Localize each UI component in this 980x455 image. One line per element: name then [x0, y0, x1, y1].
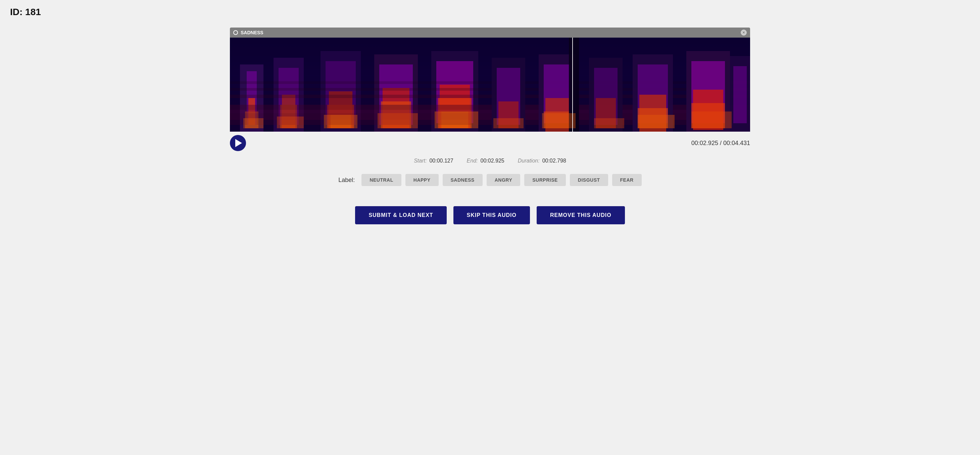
play-indicator-icon: [233, 30, 238, 35]
action-buttons: SUBMIT & LOAD NEXT SKIP THIS AUDIO REMOV…: [230, 206, 750, 224]
start-label: Start:: [414, 158, 426, 164]
svg-rect-62: [230, 38, 750, 132]
play-icon: [235, 139, 242, 147]
remove-audio-button[interactable]: REMOVE THIS AUDIO: [537, 206, 625, 224]
start-timing: Start: 00:00.127: [414, 158, 453, 164]
emotion-label: SADNESS: [241, 30, 264, 35]
duration-label: Duration:: [518, 158, 540, 164]
happy-button[interactable]: HAPPY: [406, 174, 439, 186]
spectrogram-svg: [230, 38, 750, 132]
spectrogram-display[interactable]: [230, 38, 750, 132]
duration-value: 00:02.798: [542, 158, 566, 164]
spectrogram-container: SADNESS ×: [230, 27, 750, 224]
end-value: 00:02.925: [480, 158, 504, 164]
skip-audio-button[interactable]: SKIP THIS AUDIO: [453, 206, 530, 224]
fear-button[interactable]: FEAR: [612, 174, 642, 186]
angry-button[interactable]: ANGRY: [487, 174, 520, 186]
end-label: End:: [467, 158, 478, 164]
label-text: Label:: [338, 177, 355, 184]
submit-load-next-button[interactable]: SUBMIT & LOAD NEXT: [355, 206, 446, 224]
close-label-button[interactable]: ×: [741, 30, 747, 35]
time-display: 00:02.925 / 00:04.431: [691, 140, 750, 147]
timing-info: Start: 00:00.127 End: 00:02.925 Duration…: [230, 158, 750, 164]
label-buttons: NEUTRAL HAPPY SADNESS ANGRY SURPRISE DIS…: [361, 174, 641, 186]
duration-timing: Duration: 00:02.798: [518, 158, 566, 164]
page-id: ID: 181: [10, 7, 970, 18]
start-value: 00:00.127: [429, 158, 453, 164]
end-timing: End: 00:02.925: [467, 158, 504, 164]
surprise-button[interactable]: SURPRISE: [524, 174, 566, 186]
label-bar: SADNESS ×: [230, 27, 750, 38]
disgust-button[interactable]: DISGUST: [570, 174, 608, 186]
sadness-button[interactable]: SADNESS: [443, 174, 483, 186]
label-bar-left: SADNESS: [233, 30, 264, 35]
transport-row: 00:02.925 / 00:04.431: [230, 135, 750, 151]
play-button[interactable]: [230, 135, 246, 151]
neutral-button[interactable]: NEUTRAL: [361, 174, 401, 186]
label-section: Label: NEUTRAL HAPPY SADNESS ANGRY SURPR…: [230, 174, 750, 186]
